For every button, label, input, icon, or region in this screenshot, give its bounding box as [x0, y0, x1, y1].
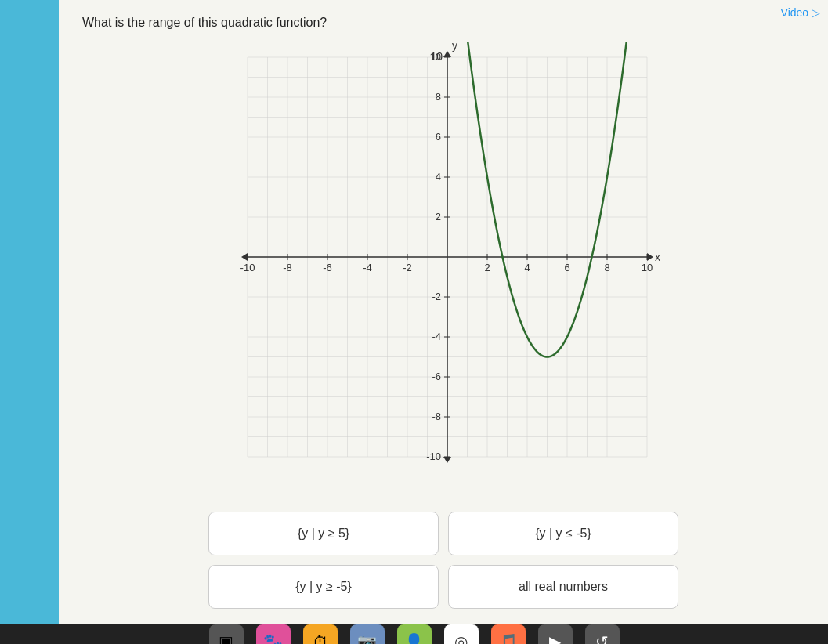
paw-symbol: 🐾 — [263, 632, 283, 644]
graph-container — [208, 42, 678, 496]
content-area: Video ▷ What is the range of this quadra… — [59, 0, 828, 624]
timer-symbol: ⏱ — [313, 633, 328, 645]
music-symbol: 🎵 — [498, 632, 518, 644]
taskbar-music-icon[interactable]: 🎵 — [491, 624, 526, 644]
question-text: What is the range of this quadratic func… — [82, 16, 804, 30]
answer-grid: {y | y ≥ 5} {y | y ≤ -5} {y | y ≥ -5} al… — [208, 512, 678, 609]
chrome-symbol: ◎ — [454, 632, 468, 644]
user-symbol: 👤 — [404, 632, 424, 644]
play-symbol: ▶ — [549, 632, 561, 644]
taskbar-calc-icon[interactable]: 📷 — [350, 624, 385, 644]
calc-symbol: 📷 — [357, 632, 377, 644]
taskbar-paw-icon[interactable]: 🐾 — [256, 624, 291, 644]
taskbar-refresh-icon[interactable]: ↺ — [585, 624, 620, 644]
taskbar-user-icon[interactable]: 👤 — [397, 624, 432, 644]
taskbar-timer-icon[interactable]: ⏱ — [303, 624, 338, 644]
taskbar-chrome-icon[interactable]: ◎ — [444, 624, 479, 644]
tv-symbol: ▣ — [219, 632, 233, 644]
answer-button-2[interactable]: {y | y ≤ -5} — [448, 512, 678, 555]
taskbar-tv-icon[interactable]: ▣ — [209, 624, 244, 644]
video-link[interactable]: Video ▷ — [781, 6, 820, 19]
main-content: Video ▷ What is the range of this quadra… — [0, 0, 828, 624]
answer-button-4[interactable]: all real numbers — [448, 565, 678, 609]
answer-button-1[interactable]: {y | y ≥ 5} — [208, 512, 439, 555]
taskbar-play-icon[interactable]: ▶ — [538, 624, 573, 644]
taskbar: ▣ 🐾 ⏱ 📷 👤 ◎ 🎵 ▶ ↺ — [0, 624, 828, 644]
left-sidebar — [0, 0, 59, 624]
refresh-symbol: ↺ — [595, 632, 609, 644]
answer-button-3[interactable]: {y | y ≥ -5} — [208, 565, 439, 609]
